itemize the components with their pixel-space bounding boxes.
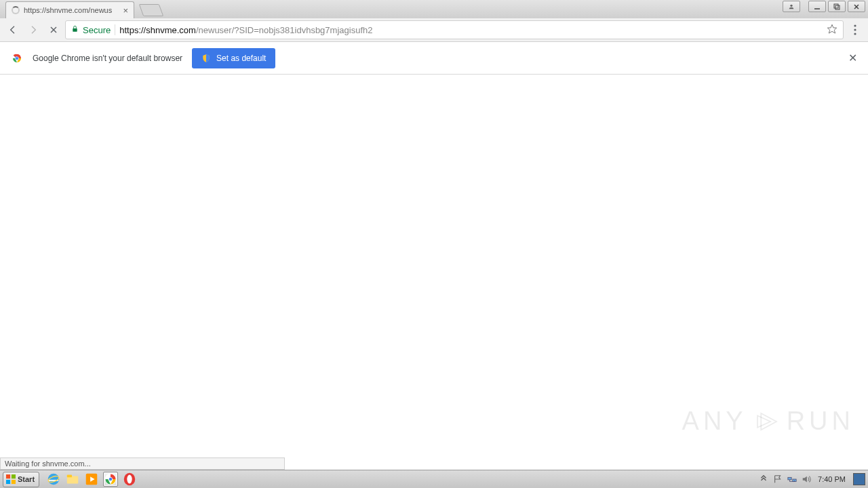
maximize-button[interactable] <box>828 1 846 12</box>
svg-marker-36 <box>803 476 807 483</box>
browser-tab[interactable]: https://shnvme.com/newus × <box>5 1 134 18</box>
svg-rect-3 <box>835 5 840 9</box>
window-titlebar: https://shnvme.com/newus × <box>0 0 868 18</box>
system-tray: 7:40 PM <box>758 473 868 485</box>
windows-logo-icon <box>6 474 16 484</box>
url-scheme: https <box>119 25 138 35</box>
svg-rect-8 <box>73 28 77 32</box>
tray-volume-icon[interactable] <box>801 474 812 485</box>
stop-reload-button[interactable] <box>45 21 62 39</box>
svg-point-23 <box>48 474 60 485</box>
play-icon <box>753 407 781 436</box>
svg-rect-2 <box>834 4 838 8</box>
svg-rect-34 <box>788 477 791 480</box>
tray-network-icon[interactable] <box>787 474 797 485</box>
watermark-right: RUN <box>787 407 854 436</box>
tab-close-icon[interactable]: × <box>123 5 128 16</box>
start-label: Start <box>18 475 35 483</box>
taskbar-chrome-icon[interactable] <box>103 472 118 487</box>
taskbar-opera-icon[interactable] <box>122 472 137 487</box>
start-button[interactable]: Start <box>3 472 39 487</box>
url-host: ://shnvme.com <box>138 25 196 35</box>
chrome-logo-icon <box>11 52 23 64</box>
forward-button[interactable] <box>24 21 42 39</box>
watermark-left: ANY <box>682 407 747 436</box>
windows-taskbar: Start 7:40 PM <box>0 470 868 488</box>
lock-icon <box>71 24 79 35</box>
bookmark-star-icon[interactable] <box>827 24 837 37</box>
tab-title: https://shnvme.com/newus <box>24 6 119 14</box>
status-text: Waiting for shnvme.com... <box>5 460 91 468</box>
secure-label: Secure <box>83 25 111 35</box>
svg-marker-17 <box>761 413 776 430</box>
browser-toolbar: Secure https://shnvme.com/newuser/?SID=n… <box>0 18 868 42</box>
svg-point-33 <box>127 475 132 484</box>
show-desktop-button[interactable] <box>853 473 865 485</box>
set-default-label: Set as default <box>216 54 266 63</box>
svg-point-11 <box>854 28 856 30</box>
profile-button[interactable] <box>783 1 800 12</box>
omnibox-divider <box>115 24 115 35</box>
shield-icon <box>201 54 211 63</box>
address-bar[interactable]: Secure https://shnvme.com/newuser/?SID=n… <box>65 20 844 39</box>
taskbar-apps <box>46 472 137 487</box>
svg-rect-21 <box>6 480 10 484</box>
svg-point-10 <box>854 24 856 26</box>
taskbar-ie-icon[interactable] <box>46 472 61 487</box>
url-path: /newuser/?SID=nobjs381idvhsbg7mjagisufh2 <box>196 25 373 35</box>
svg-rect-19 <box>6 474 10 479</box>
infobar-close-icon[interactable]: ✕ <box>848 52 857 64</box>
tray-expand-icon[interactable] <box>758 474 769 485</box>
status-bar: Waiting for shnvme.com... <box>0 458 285 470</box>
taskbar-media-icon[interactable] <box>84 472 99 487</box>
set-default-button[interactable]: Set as default <box>192 48 275 68</box>
taskbar-clock[interactable]: 7:40 PM <box>815 475 848 483</box>
svg-point-12 <box>854 33 856 35</box>
minimize-button[interactable] <box>808 1 826 12</box>
watermark: ANY RUN <box>682 407 854 436</box>
infobar-message: Google Chrome isn't your default browser <box>33 54 182 63</box>
svg-point-31 <box>109 478 113 481</box>
svg-rect-22 <box>12 480 16 484</box>
tray-flag-icon[interactable] <box>772 474 783 485</box>
window-controls <box>808 1 865 12</box>
url-text: https://shnvme.com/newuser/?SID=nobjs381… <box>119 25 372 35</box>
svg-point-0 <box>790 4 792 6</box>
chrome-menu-button[interactable] <box>846 21 864 39</box>
default-browser-infobar: Google Chrome isn't your default browser… <box>0 42 868 75</box>
back-button[interactable] <box>4 21 22 39</box>
svg-point-16 <box>16 56 18 59</box>
loading-spinner-icon <box>12 6 20 14</box>
taskbar-explorer-icon[interactable] <box>65 472 80 487</box>
svg-rect-26 <box>67 475 72 478</box>
page-content: ANY RUN <box>0 75 868 470</box>
svg-rect-20 <box>12 474 16 479</box>
close-window-button[interactable] <box>848 1 865 12</box>
new-tab-button[interactable] <box>139 4 164 16</box>
svg-marker-9 <box>827 24 836 33</box>
